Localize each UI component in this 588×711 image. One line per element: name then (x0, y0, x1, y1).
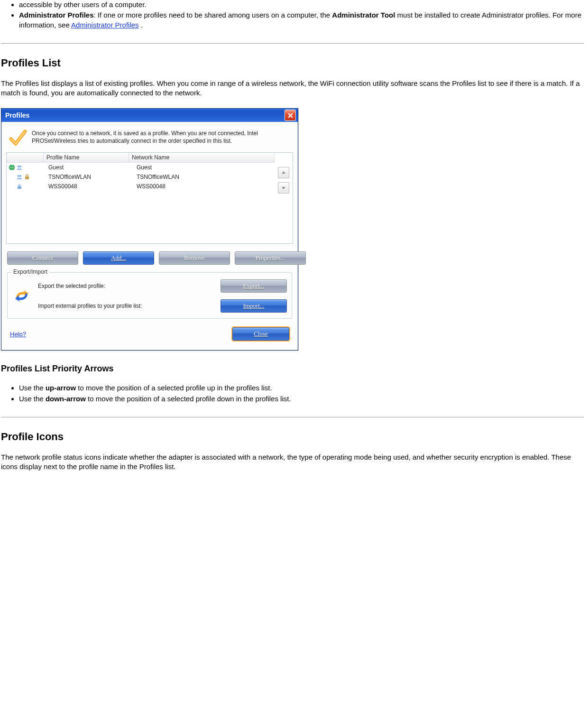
sync-arrows-icon (12, 286, 31, 305)
svg-point-2 (19, 166, 21, 167)
svg-rect-6 (18, 186, 21, 189)
lock-icon (24, 174, 30, 180)
close-icon[interactable] (285, 110, 296, 121)
svg-point-3 (18, 175, 19, 177)
list-item: Administrator Profiles: If one or more p… (19, 10, 584, 30)
bullet-bold: down-arrow (46, 395, 86, 403)
group-label: Export/Import (11, 268, 49, 275)
dialog-footer: Help? Close (5, 323, 294, 346)
bullet-text: to move the position of a selected profi… (86, 395, 291, 403)
users-icon (16, 174, 23, 180)
bullet-text: : If one or more profiles need to be sha… (94, 11, 332, 19)
export-button[interactable]: Export... (220, 279, 287, 293)
cell-profile-name: TSNOfficeWLAN (46, 174, 134, 180)
add-button[interactable]: Add... (83, 251, 154, 265)
dialog-body: Once you connect to a network, it is sav… (1, 122, 298, 350)
profiles-list-heading: Profiles List (1, 57, 584, 69)
export-import-group: Export/Import Export the selected profil… (7, 272, 292, 319)
table-header: Profile Name Network Name (7, 153, 275, 163)
export-label: Export the selected profile: (38, 283, 220, 289)
list-item: accessible by other users of a computer. (19, 0, 584, 9)
table-body[interactable]: Guest Guest TSNOfficeWLAN TSNOfficeWLAN (7, 163, 275, 243)
header-network-name[interactable]: Network Name (129, 153, 275, 162)
header-icons[interactable] (7, 153, 44, 162)
table-row[interactable]: Guest Guest (7, 163, 275, 172)
dialog-intro-text: Once you connect to a network, it is sav… (32, 129, 292, 148)
profile-icons-heading: Profile Icons (1, 431, 584, 443)
header-profile-name[interactable]: Profile Name (44, 153, 129, 162)
cell-network-name: TSNOfficeWLAN (134, 174, 275, 180)
profiles-dialog: Profiles Once you connect to a network, … (1, 108, 298, 351)
table-row[interactable]: WSS00048 WSS00048 (7, 182, 275, 191)
users-icon (16, 164, 23, 171)
intro-bullet-list: accessible by other users of a computer.… (19, 0, 584, 30)
list-item: Use the down-arrow to move the position … (19, 394, 584, 404)
bullet-text: Use the (19, 395, 46, 403)
import-button[interactable]: Import... (220, 299, 287, 313)
svg-rect-5 (25, 176, 29, 179)
priority-arrows (275, 153, 293, 243)
divider (1, 417, 584, 417)
dialog-button-row: Connect Add... Remove Properties... (5, 244, 294, 271)
cell-profile-name: WSS00048 (46, 183, 134, 190)
cell-network-name: WSS00048 (134, 183, 275, 190)
bullet-text: to move the position of a selected profi… (76, 384, 272, 392)
bullet-text: Use the (19, 384, 46, 392)
svg-point-1 (18, 166, 19, 167)
list-item: Use the up-arrow to move the position of… (19, 383, 584, 393)
dialog-intro: Once you connect to a network, it is sav… (5, 126, 294, 152)
dialog-title: Profiles (5, 111, 29, 119)
admin-profiles-link[interactable]: Administrator Profiles (71, 21, 139, 29)
bullet-text: accessible by other users of a computer. (19, 0, 146, 9)
bullet-bold: up-arrow (46, 384, 76, 392)
close-button[interactable]: Close (232, 327, 289, 341)
checkmark-icon (8, 129, 27, 148)
remove-button[interactable]: Remove (159, 251, 230, 265)
dialog-titlebar[interactable]: Profiles (1, 109, 298, 122)
import-label: Import external profiles to your profile… (38, 303, 220, 309)
cell-network-name: Guest (134, 164, 275, 171)
bullet-bold: Administrator Profiles (19, 11, 94, 19)
table-row[interactable]: TSNOfficeWLAN TSNOfficeWLAN (7, 172, 275, 182)
profiles-list-paragraph: The Profiles list displays a list of exi… (1, 79, 584, 98)
svg-point-4 (19, 175, 21, 177)
profile-icons-paragraph: The network profile status icons indicat… (1, 452, 584, 472)
properties-button[interactable]: Properties... (235, 251, 306, 265)
bullet-bold: Administrator Tool (332, 11, 395, 19)
help-link[interactable]: Help? (10, 331, 26, 338)
wifi-adapter-icon (16, 183, 23, 190)
connect-button[interactable]: Connect (7, 251, 78, 265)
bullet-text: . (139, 21, 143, 29)
priority-bullet-list: Use the up-arrow to move the position of… (19, 383, 584, 404)
priority-arrows-heading: Profiles List Priority Arrows (1, 364, 584, 374)
divider (1, 43, 584, 44)
move-up-button[interactable] (278, 167, 289, 178)
move-down-button[interactable] (278, 182, 289, 194)
profiles-table: Profile Name Network Name Guest Guest (6, 152, 293, 244)
cell-profile-name: Guest (46, 164, 134, 171)
network-globe-icon (9, 164, 15, 171)
